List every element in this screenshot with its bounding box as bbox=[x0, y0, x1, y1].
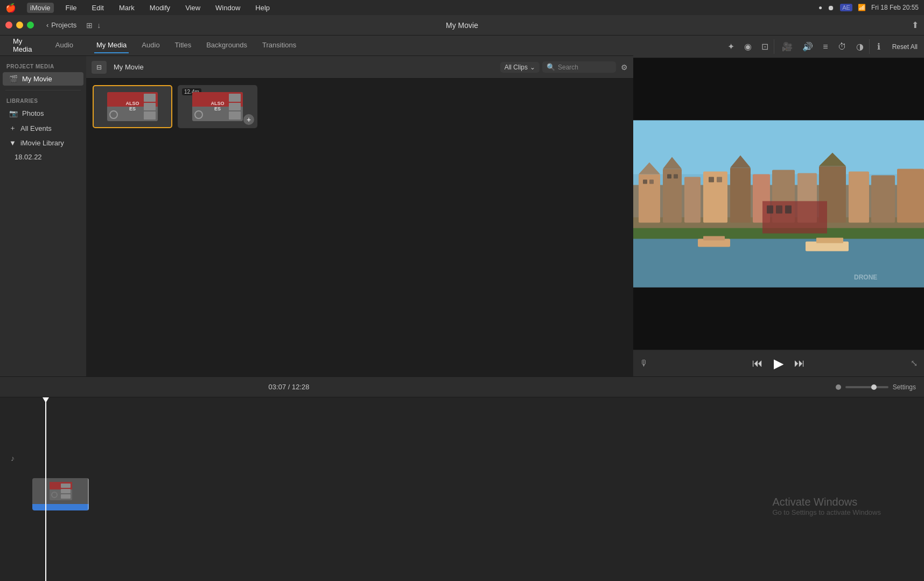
zoom-dot bbox=[836, 384, 841, 390]
play-pause-button[interactable]: ▶ bbox=[774, 356, 783, 371]
reset-all-button[interactable]: Reset All bbox=[892, 43, 918, 51]
clips-chevron-icon: ⌄ bbox=[530, 64, 535, 71]
menubar-right: ● ⏺ AE 📶 Fri 18 Feb 20:55 bbox=[818, 4, 919, 12]
tab-transitions-center[interactable]: Transitions bbox=[260, 38, 298, 53]
tab-my-media[interactable]: My Media bbox=[11, 34, 45, 58]
svg-rect-18 bbox=[649, 180, 654, 184]
svg-text:DRONE: DRONE bbox=[854, 274, 877, 281]
audio-waveform-bar bbox=[32, 504, 89, 510]
timeline-zoom-control: Settings bbox=[836, 383, 916, 391]
preview-video: DRONE bbox=[633, 58, 924, 349]
clip-bars bbox=[61, 484, 71, 499]
tab-titles-center[interactable]: Titles bbox=[173, 38, 194, 53]
menu-mark[interactable]: Mark bbox=[116, 3, 138, 13]
sidebar-item-all-events[interactable]: ＋ All Events bbox=[3, 121, 83, 136]
clips-filter-selector[interactable]: All Clips ⌄ bbox=[500, 62, 540, 73]
menu-help[interactable]: Help bbox=[252, 3, 273, 13]
view-switcher-icon[interactable]: ⊞ bbox=[86, 21, 93, 30]
microphone-icon[interactable]: 🎙 bbox=[640, 359, 648, 368]
preview-toolbar: ✦ ◉ ⊡ 🎥 🔊 ≡ ⏱ ◑ ℹ Reset All bbox=[633, 36, 924, 58]
back-to-projects[interactable]: ‹ Projects bbox=[46, 21, 76, 29]
svg-rect-7 bbox=[684, 177, 701, 223]
tab-audio-center[interactable]: Audio bbox=[139, 38, 162, 53]
menu-window[interactable]: Window bbox=[212, 3, 243, 13]
menu-record-btn: ● bbox=[818, 4, 822, 11]
content-settings-icon[interactable]: ⚙ bbox=[621, 63, 628, 72]
svg-rect-20 bbox=[674, 174, 678, 179]
menu-modify[interactable]: Modify bbox=[146, 3, 173, 13]
clip-inner bbox=[32, 478, 89, 504]
menu-edit[interactable]: Edit bbox=[89, 3, 107, 13]
audio-tool-icon[interactable]: 🔊 bbox=[800, 39, 815, 54]
timeline-area: 03:07 / 12:28 Settings ♪ bbox=[0, 376, 924, 581]
activate-windows-notice: Activate Windows Go to Settings to activ… bbox=[772, 496, 881, 516]
timeline-time-display: 03:07 / 12:28 bbox=[269, 383, 310, 391]
sidebar-item-photos[interactable]: 📷 Photos bbox=[3, 107, 83, 120]
add-to-timeline-btn[interactable]: + bbox=[243, 114, 254, 125]
svg-rect-22 bbox=[717, 177, 722, 183]
media-project-label: My Movie bbox=[114, 63, 144, 71]
svg-rect-8 bbox=[703, 172, 727, 223]
maximize-button[interactable] bbox=[27, 22, 34, 29]
menubar: 🍎 iMovie File Edit Mark Modify View Wind… bbox=[0, 0, 924, 15]
media-thumb-2[interactable]: 12.4m ALSOES + bbox=[178, 85, 257, 128]
zoom-bar[interactable] bbox=[845, 386, 888, 388]
speed-tool-icon[interactable]: ⏱ bbox=[836, 40, 849, 54]
search-input[interactable] bbox=[558, 64, 612, 71]
svg-rect-33 bbox=[776, 206, 782, 214]
menu-file[interactable]: File bbox=[62, 3, 80, 13]
zoom-handle[interactable] bbox=[871, 384, 877, 390]
color-tool-icon[interactable]: ◉ bbox=[742, 39, 754, 54]
magic-wand-icon[interactable]: ✦ bbox=[725, 39, 737, 54]
sidebar-divider bbox=[5, 90, 81, 90]
close-button[interactable] bbox=[5, 22, 12, 29]
minimize-button[interactable] bbox=[16, 22, 23, 29]
menu-imovie[interactable]: iMovie bbox=[27, 3, 54, 13]
stabilize-icon[interactable]: 🎥 bbox=[780, 39, 795, 54]
timeline-settings-label[interactable]: Settings bbox=[893, 383, 916, 391]
center-panel: My Media Audio Titles Backgrounds Transi… bbox=[86, 36, 633, 376]
svg-rect-32 bbox=[767, 206, 773, 214]
tab-my-media-center[interactable]: My Media bbox=[94, 38, 129, 53]
crop-tool-icon[interactable]: ⊡ bbox=[759, 39, 774, 54]
timeline-content[interactable]: ♪ bbox=[0, 397, 924, 581]
info-icon[interactable]: ℹ bbox=[875, 39, 883, 54]
sidebar-item-date[interactable]: 18.02.22 bbox=[3, 150, 83, 164]
activate-windows-title: Activate Windows bbox=[772, 496, 881, 508]
filter-icon[interactable]: ◑ bbox=[854, 39, 870, 54]
eq-tool-icon[interactable]: ≡ bbox=[821, 40, 830, 54]
timeline-toolbar: 03:07 / 12:28 Settings bbox=[0, 377, 924, 397]
tab-backgrounds-center[interactable]: Backgrounds bbox=[204, 38, 249, 53]
sidebar-toggle-btn[interactable]: ⊟ bbox=[92, 61, 107, 74]
clip-right-handle[interactable] bbox=[88, 478, 89, 510]
window-title: My Movie bbox=[446, 21, 478, 30]
preview-panel: ✦ ◉ ⊡ 🎥 🔊 ≡ ⏱ ◑ ℹ Reset All bbox=[633, 36, 924, 376]
svg-rect-26 bbox=[816, 238, 843, 243]
chevron-down-icon: ▼ bbox=[9, 139, 16, 147]
photos-icon: 📷 bbox=[9, 109, 18, 117]
skip-forward-button[interactable]: ⏭ bbox=[794, 357, 805, 369]
back-arrow-icon: ‹ bbox=[46, 21, 48, 29]
sidebar-item-imovie-library[interactable]: ▼ iMovie Library bbox=[3, 136, 83, 150]
search-icon: 🔍 bbox=[547, 63, 555, 71]
svg-rect-19 bbox=[667, 174, 671, 179]
sidebar-project-name: My Movie bbox=[22, 75, 52, 83]
skip-back-button[interactable]: ⏮ bbox=[752, 357, 763, 369]
sort-icon[interactable]: ↓ bbox=[97, 21, 101, 30]
menu-wifi: 📶 bbox=[858, 4, 866, 11]
svg-rect-21 bbox=[709, 177, 714, 183]
titlebar: ‹ Projects ⊞ ↓ My Movie ⬆ bbox=[0, 15, 924, 36]
projects-label: Projects bbox=[51, 21, 76, 29]
menu-view[interactable]: View bbox=[182, 3, 204, 13]
tab-audio[interactable]: Audio bbox=[53, 38, 75, 53]
fullscreen-icon[interactable]: ⤡ bbox=[911, 358, 918, 368]
playhead-arrow bbox=[43, 397, 49, 403]
share-icon[interactable]: ⬆ bbox=[912, 20, 919, 30]
apple-menu[interactable]: 🍎 bbox=[5, 3, 16, 13]
photos-label: Photos bbox=[22, 109, 44, 117]
media-thumb-1[interactable]: ALSOES bbox=[93, 85, 172, 128]
svg-rect-16 bbox=[897, 169, 924, 223]
timeline-clip[interactable] bbox=[32, 478, 89, 510]
sidebar-item-my-movie[interactable]: 🎬 My Movie bbox=[3, 72, 83, 86]
menu-ae-icon: AE bbox=[840, 4, 852, 11]
